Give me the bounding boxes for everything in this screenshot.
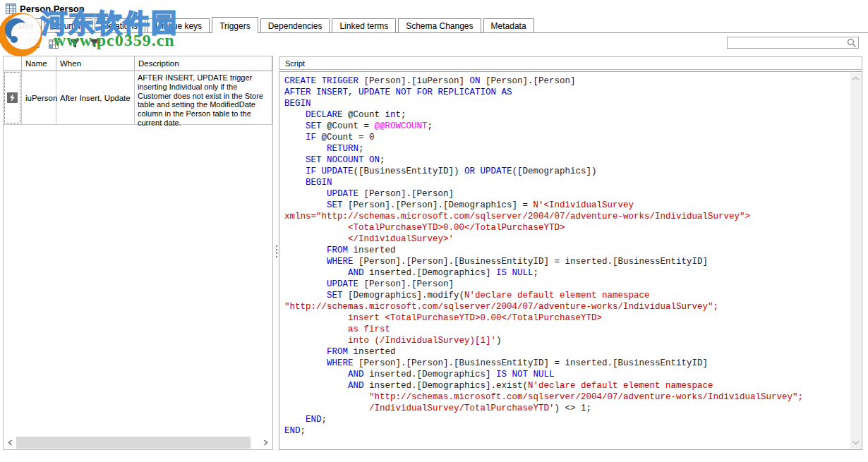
row-selector-cell[interactable] (4, 71, 22, 125)
grid-header-description[interactable]: Description (135, 56, 272, 71)
scroll-right-icon[interactable] (260, 437, 272, 449)
tab-strip: Table Columns Relations Unique keys Trig… (6, 17, 536, 33)
trigger-name-cell: iuPerson (22, 71, 56, 125)
script-code-box[interactable]: CREATE TRIGGER [Person].[iuPerson] ON [P… (279, 71, 862, 450)
grid-header-row: Name When Description (4, 56, 272, 71)
pane-splitter-handle[interactable] (275, 245, 278, 257)
toolbar: DEF (6, 35, 102, 51)
scroll-left-icon[interactable] (4, 437, 16, 449)
grid-header-selector (4, 56, 22, 71)
grid-icon[interactable] (27, 35, 41, 51)
search-box (727, 37, 859, 49)
scrollbar-thumb[interactable] (16, 437, 251, 449)
table-row[interactable]: iuPerson After Insert, Update AFTER INSE… (4, 71, 272, 125)
svg-text:DEF: DEF (8, 47, 15, 51)
row-focus-rect (4, 72, 20, 123)
search-icon[interactable] (847, 38, 857, 48)
add-grid-icon[interactable] (47, 35, 61, 51)
search-input[interactable] (729, 37, 846, 48)
page-title-row: Person.Person (6, 4, 85, 14)
tab-schema-changes[interactable]: Schema Changes (398, 18, 481, 33)
tab-relations[interactable]: Relations (95, 18, 145, 33)
horizontal-scrollbar[interactable] (4, 437, 272, 449)
tab-table[interactable]: Table (6, 18, 42, 33)
tab-metadata[interactable]: Metadata (483, 18, 534, 33)
tab-linked-terms[interactable]: Linked terms (332, 18, 396, 33)
filter-icon[interactable] (68, 35, 82, 51)
vertical-scrollbar[interactable] (850, 73, 861, 449)
page-title: Person.Person (20, 4, 85, 14)
definition-icon[interactable]: DEF (6, 35, 20, 51)
grid-header-name[interactable]: Name (22, 56, 56, 71)
triggers-grid: Name When Description iuPerson After Ins… (3, 56, 273, 450)
clear-filter-icon[interactable] (88, 35, 102, 51)
tab-columns[interactable]: Columns (44, 18, 92, 33)
scrollbar-track[interactable] (251, 437, 260, 449)
trigger-when-cell: After Insert, Update (56, 71, 135, 125)
grid-header-when[interactable]: When (56, 56, 135, 71)
tab-dependencies[interactable]: Dependencies (260, 18, 330, 33)
scroll-up-icon[interactable] (852, 76, 860, 81)
trigger-description-cell: AFTER INSERT, UPDATE trigger inserting I… (135, 71, 272, 125)
table-icon (6, 4, 16, 14)
scroll-down-icon[interactable] (852, 440, 860, 445)
tab-triggers[interactable]: Triggers (212, 17, 258, 33)
tab-unique-keys[interactable]: Unique keys (147, 18, 210, 33)
script-panel-header: Script (279, 56, 862, 70)
sql-script-text: CREATE TRIGGER [Person].[iuPerson] ON [P… (284, 75, 803, 437)
